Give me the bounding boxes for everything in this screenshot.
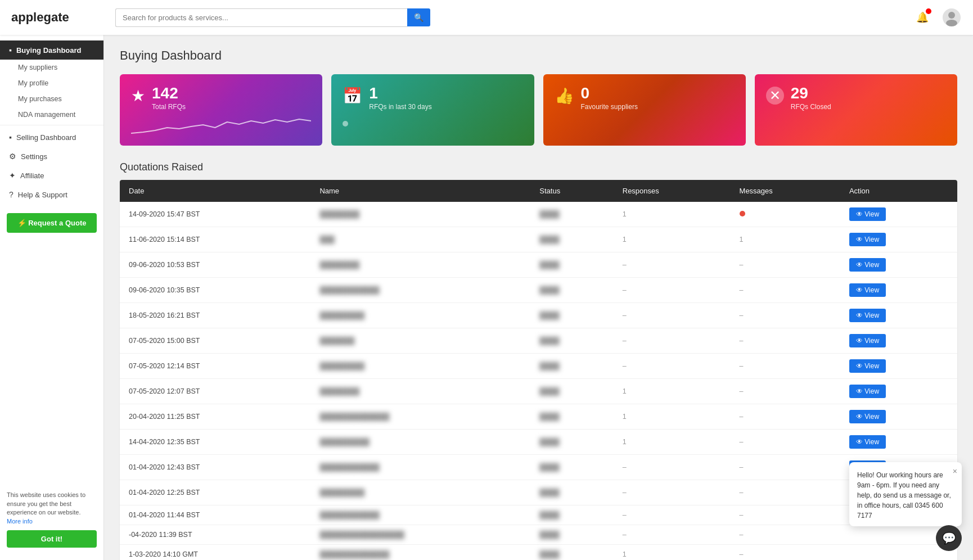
cell-status: ████ (530, 379, 613, 404)
calendar-icon: 📅 (343, 87, 362, 105)
cell-date: 01-04-2020 12:25 BST (120, 480, 310, 505)
view-button[interactable]: 👁 View (849, 258, 886, 272)
svg-point-2 (946, 20, 957, 26)
cell-name: █████████ (310, 480, 530, 505)
cell-action: 👁 View (840, 278, 957, 303)
table-row: 09-06-2020 10:35 BST████████████████––👁 … (120, 278, 957, 303)
cell-date: 07-05-2020 12:14 BST (120, 354, 310, 379)
chat-bubble-button[interactable]: 💬 (936, 525, 962, 551)
cell-date: 14-09-2020 15:47 BST (120, 202, 310, 227)
cell-action: 👁 View (840, 328, 957, 354)
view-button[interactable]: 👁 View (849, 309, 886, 322)
view-button[interactable]: 👁 View (849, 385, 886, 398)
cell-messages (731, 202, 840, 227)
sidebar-item-nda-management[interactable]: NDA management (0, 107, 103, 123)
cell-date: 01-04-2020 11:44 BST (120, 505, 310, 525)
cell-responses: – (614, 525, 731, 545)
chat-close-button[interactable]: × (953, 466, 957, 477)
table-row: 20-04-2020 11:25 BST██████████████████1–… (120, 404, 957, 430)
cell-name: ██████████ (310, 430, 530, 455)
help-icon: ? (9, 190, 13, 199)
request-quote-button[interactable]: ⚡ Request a Quote (7, 213, 97, 233)
more-info-link[interactable]: More info (7, 518, 33, 525)
sidebar-item-my-profile[interactable]: My profile (0, 75, 103, 91)
cell-messages: – (731, 252, 840, 278)
sidebar-item-help-support[interactable]: ? Help & Support (0, 185, 103, 204)
cell-responses: 1 (614, 404, 731, 430)
search-bar: 🔍 (115, 8, 430, 27)
sidebar-item-selling-dashboard[interactable]: ▪ Selling Dashboard (0, 128, 103, 147)
cell-status: ████ (530, 278, 613, 303)
notification-icon[interactable]: 🔔 (912, 7, 933, 28)
cell-messages: – (731, 404, 840, 430)
cell-responses: – (614, 480, 731, 505)
cell-name: ████████████ (310, 278, 530, 303)
view-button[interactable]: 👁 View (849, 435, 886, 449)
page-title: Buying Dashboard (120, 48, 957, 63)
quotations-title: Quotations Raised (120, 161, 957, 173)
cell-date: 09-06-2020 10:53 BST (120, 252, 310, 278)
view-button[interactable]: 👁 View (849, 283, 886, 297)
cell-action: 👁 View (840, 227, 957, 252)
sidebar-item-affiliate[interactable]: ✦ Affiliate (0, 166, 103, 185)
search-input[interactable] (115, 8, 407, 27)
cell-messages: – (731, 505, 840, 525)
cell-name: ██████████████ (310, 404, 530, 430)
table-row: 09-06-2020 10:53 BST████████████––👁 View (120, 252, 957, 278)
cell-date: 09-06-2020 10:35 BST (120, 278, 310, 303)
view-button[interactable]: 👁 View (849, 334, 886, 347)
col-action: Action (840, 180, 957, 202)
col-name: Name (310, 180, 530, 202)
cell-status: ████ (530, 227, 613, 252)
sidebar-item-buying-dashboard[interactable]: ▪ Buying Dashboard (0, 40, 103, 60)
col-date: Date (120, 180, 310, 202)
cell-status: ████ (530, 354, 613, 379)
cell-responses: – (614, 354, 731, 379)
cell-responses: – (614, 328, 731, 354)
affiliate-icon: ✦ (9, 171, 16, 180)
notification-badge (926, 8, 931, 14)
cell-messages: 1 (731, 227, 840, 252)
search-button[interactable]: 🔍 (407, 8, 430, 26)
table-row: 07-05-2020 15:00 BST███████████––👁 View (120, 328, 957, 354)
favourite-suppliers-number: 0 (581, 85, 735, 101)
stat-card-rfqs-30days: 📅 1 RFQs in last 30 days (331, 74, 534, 146)
view-button[interactable]: 👁 View (849, 207, 886, 221)
message-badge (740, 211, 745, 216)
user-avatar-icon[interactable] (942, 7, 962, 28)
table-row: 14-04-2020 12:35 BST██████████████1–👁 Vi… (120, 430, 957, 455)
chat-widget: × Hello! Our working hours are 9am - 6pm… (849, 462, 962, 526)
got-it-button[interactable]: Got it! (7, 530, 97, 548)
cell-status: ████ (530, 328, 613, 354)
cell-messages: – (731, 545, 840, 561)
layout: ▪ Buying Dashboard My suppliers My profi… (0, 35, 973, 560)
table-row: 01-04-2020 12:25 BST█████████████––👁 Vie… (120, 480, 957, 505)
sidebar-divider (0, 125, 103, 125)
cell-action: 👁 View (840, 354, 957, 379)
cell-responses: – (614, 303, 731, 328)
sidebar-item-settings[interactable]: ⚙ Settings (0, 147, 103, 166)
star-icon: ★ (131, 87, 145, 105)
cell-date: 1-03-2020 14:10 GMT (120, 545, 310, 561)
cell-name: ████████████ (310, 505, 530, 525)
cell-messages: – (731, 379, 840, 404)
cell-status: ████ (530, 430, 613, 455)
cell-name: █████████████████ (310, 525, 530, 545)
view-button[interactable]: 👁 View (849, 233, 886, 246)
cell-name: ████████ (310, 202, 530, 227)
total-rfqs-label: Total RFQs (152, 103, 311, 111)
search-icon: 🔍 (414, 13, 424, 22)
sidebar-item-my-purchases[interactable]: My purchases (0, 91, 103, 107)
cell-status: ████ (530, 505, 613, 525)
sidebar-item-my-suppliers[interactable]: My suppliers (0, 60, 103, 75)
view-button[interactable]: 👁 View (849, 359, 886, 373)
sidebar: ▪ Buying Dashboard My suppliers My profi… (0, 35, 104, 560)
view-button[interactable]: 👁 View (849, 410, 886, 423)
cell-name: ████████ (310, 379, 530, 404)
quotations-table-wrapper: Date Name Status Responses Messages Acti… (120, 180, 957, 560)
cell-status: ████ (530, 455, 613, 480)
cell-messages: – (731, 278, 840, 303)
cookie-notice: This website uses cookies to ensure you … (7, 491, 97, 548)
close-circle-icon: ✕ (766, 87, 784, 105)
cell-name: ██████████████ (310, 545, 530, 561)
